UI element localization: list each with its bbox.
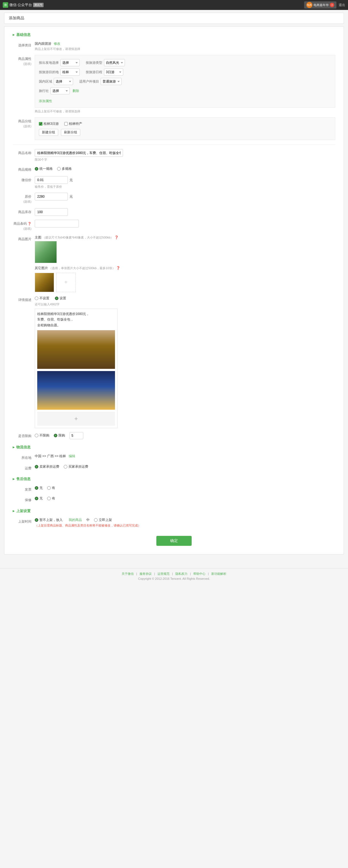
attr-box: 按出发地选择 选择 按旅游类型 自然风光 按旅游目的地: [35, 55, 335, 108]
original-price-row: 元: [35, 193, 335, 200]
wechat-price-input[interactable]: [35, 176, 68, 184]
footer-link-privacy[interactable]: 隐私权力: [175, 572, 187, 576]
attr-remove-button[interactable]: 删除: [72, 89, 79, 93]
invoice-radio-none[interactable]: [35, 486, 38, 490]
guarantee-option-none[interactable]: 无: [35, 496, 43, 501]
category-hint: 商品上架后不可修改，请谨慎选择: [35, 47, 335, 51]
desc-option-set[interactable]: 设置: [55, 296, 66, 301]
limit-option-limit[interactable]: 限购: [54, 433, 65, 438]
attr-select-area[interactable]: 选择: [54, 78, 73, 85]
invoice-radio-yes[interactable]: [47, 486, 51, 490]
cat-item-2[interactable]: 桂林特产: [64, 122, 82, 126]
attr-select-departure[interactable]: 选择: [60, 59, 80, 66]
header-left: 微 微信·公众平台 测试号: [3, 2, 43, 8]
form-row-purchase-limit: 是否限购 不限购 限购: [13, 432, 335, 439]
submit-button[interactable]: 确定: [156, 536, 192, 546]
shipping-option-buyer[interactable]: 买家承担运费: [64, 464, 88, 469]
desc-radio-none[interactable]: [35, 297, 38, 300]
listing-options: 暂不上架，放入 我的商品 中 立即上架: [35, 518, 335, 522]
listing-hint: （上架后需商品标题、商品属性及类目名称将不能被修改，请确认已填写完成）: [35, 523, 335, 528]
invoice-option-yes[interactable]: 有: [47, 486, 55, 490]
form-row-guarantee: 保修 无 有: [13, 496, 335, 503]
stock-input[interactable]: [35, 208, 68, 216]
refresh-group-button[interactable]: 刷新分组: [61, 129, 80, 136]
section-title-listing: 上架设置: [13, 508, 335, 514]
listing-time-label: 上架时间: [13, 518, 35, 524]
other-image-add-button[interactable]: +: [56, 273, 75, 292]
product-code-help-icon[interactable]: ❓: [28, 222, 31, 225]
attr-select-tour-type[interactable]: 自然风光: [104, 59, 125, 66]
spec-radio-unified[interactable]: [35, 167, 38, 170]
form-row-detail-desc: 详情描述 不设置 设置 还可以输入4962字 桂林阳: [13, 296, 335, 428]
footer-link-service[interactable]: 服务协议: [140, 572, 152, 576]
location-edit-link[interactable]: 编辑: [69, 454, 75, 458]
product-name-input[interactable]: [35, 149, 123, 157]
shipping-radio-buyer[interactable]: [64, 465, 67, 468]
listing-radio-draft[interactable]: [35, 518, 38, 522]
page-title: 添加商品: [9, 16, 24, 20]
listing-option-now[interactable]: 立即上架: [94, 518, 112, 522]
limit-num-input[interactable]: [69, 432, 83, 439]
invoice-option-none[interactable]: 无: [35, 486, 43, 490]
category-value: 国内跟团游: [35, 42, 51, 45]
guarantee-option-yes[interactable]: 有: [47, 496, 55, 501]
footer-link-about[interactable]: 关于微信: [121, 572, 134, 576]
header-logo: 微 微信·公众平台 测试号: [3, 2, 43, 8]
other-image-help-icon[interactable]: ❓: [116, 266, 120, 270]
footer-link-features[interactable]: 新功能解析: [211, 572, 227, 576]
exit-button[interactable]: 退出: [339, 3, 345, 7]
spec-label: 商品规格: [13, 166, 35, 172]
desc-option-none[interactable]: 不设置: [35, 296, 49, 301]
attr-select-agency[interactable]: 选择: [50, 87, 70, 94]
guarantee-radio-none[interactable]: [35, 497, 38, 500]
limit-radio-limit[interactable]: [54, 434, 57, 437]
desc-add-image-button[interactable]: +: [37, 412, 115, 426]
main-image-help-icon[interactable]: ❓: [114, 236, 118, 239]
category-modify-link[interactable]: 修改: [54, 42, 60, 45]
footer-link-operation[interactable]: 运营规范: [158, 572, 170, 576]
attr-select-schedule[interactable]: 3日游: [104, 68, 123, 75]
listing-option-draft[interactable]: 暂不上架，放入: [35, 518, 63, 522]
shipping-radio-seller[interactable]: [35, 465, 38, 468]
location-value: 中国 >> 广西 >> 桂林: [35, 454, 66, 458]
listing-radio-now[interactable]: [94, 518, 98, 522]
original-price-content: 元: [35, 193, 335, 200]
shipping-row: 卖家承担运费 买家承担运费: [35, 464, 335, 469]
desc-radio-set[interactable]: [55, 297, 59, 300]
section-basic-info: 基础信息 选择类目 国内跟团游 修改 商品上架后不可修改，请谨慎选择 商品属性 …: [13, 32, 335, 439]
cat-item-1[interactable]: 桂林3日游: [39, 122, 59, 126]
limit-radio-none[interactable]: [35, 434, 38, 437]
add-attribute-link[interactable]: 添加属性: [39, 99, 52, 103]
desc-editor[interactable]: 桂林阳朔精华3日游优惠价1680元，车费、住宿、吃饭全包，全程购物自愿。 +: [35, 309, 117, 428]
section-title-logistics: 物流信息: [13, 445, 335, 450]
attr-select-outdoor[interactable]: 普通旅游: [101, 78, 121, 85]
product-code-input[interactable]: [35, 220, 79, 227]
form-row-category: 选择类目 国内跟团游 修改 商品上架后不可修改，请谨慎选择: [13, 41, 335, 51]
spec-option-unified[interactable]: 统一规格: [35, 166, 53, 171]
spec-option-multi[interactable]: 多规格: [57, 166, 72, 171]
invoice-content: 无 有: [35, 486, 335, 490]
form-container: 基础信息 选择类目 国内跟团游 修改 商品上架后不可修改，请谨慎选择 商品属性 …: [4, 27, 344, 554]
original-price-input[interactable]: [35, 193, 68, 200]
product-image-label: 商品图片: [13, 235, 35, 242]
form-row-attributes: 商品属性 (选填) 按出发地选择 选择 按旅游类型 自然风光: [13, 55, 335, 114]
cat-checkbox-1[interactable]: [39, 122, 42, 126]
limit-option-none[interactable]: 不限购: [35, 433, 49, 438]
new-group-button[interactable]: 新建分组: [39, 129, 58, 136]
other-image-1[interactable]: [35, 273, 54, 292]
footer-link-help[interactable]: 帮助中心: [193, 572, 205, 576]
stock-content: [35, 208, 335, 216]
limit-row: 不限购 限购: [35, 432, 335, 439]
spec-radio-group: 统一规格 多规格: [35, 166, 335, 171]
main-image-wrap[interactable]: [35, 241, 57, 263]
cat-checkbox-2[interactable]: [64, 122, 68, 126]
section-logistics: 物流信息 所在地 中国 >> 广西 >> 桂林 编辑 运费 卖家承担运费: [13, 445, 335, 471]
my-products-link[interactable]: 我的商品: [69, 518, 82, 522]
product-code-label: 商品条码 ❓ (选填): [13, 220, 35, 231]
shipping-option-seller[interactable]: 卖家承担运费: [35, 464, 59, 469]
notification-badge: 3: [330, 3, 334, 7]
purchase-limit-label: 是否限购: [13, 432, 35, 439]
guarantee-radio-yes[interactable]: [47, 497, 51, 500]
spec-radio-multi[interactable]: [57, 167, 61, 170]
attr-select-destination[interactable]: 桂林: [60, 68, 80, 75]
